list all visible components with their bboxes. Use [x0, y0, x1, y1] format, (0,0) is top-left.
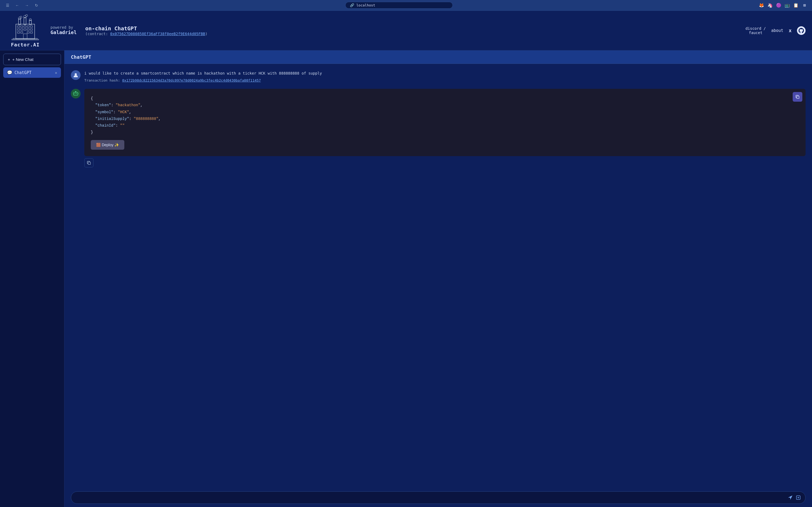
lock-icon: 🔗	[350, 3, 354, 7]
about-link[interactable]: about	[771, 28, 783, 33]
on-chain-title: on-chain ChatGPT	[85, 25, 208, 32]
url-text: localhost	[356, 3, 375, 7]
chat-messages: i would like to create a smartcontract w…	[64, 64, 812, 487]
chat-item-label: ChatGPT	[14, 70, 32, 75]
contract-address-link[interactable]: 0x075627D080858Ef36aFf38f0eeB2f9E644d05F…	[110, 32, 205, 36]
contract-suffix: )	[205, 32, 207, 36]
input-container	[71, 492, 806, 504]
x-link[interactable]: x	[789, 27, 792, 33]
contract-line: (contract: 0x075627D080858Ef36aFf38f0eeB…	[85, 32, 208, 36]
reader-icon[interactable]: 📋	[793, 2, 799, 9]
browser-icons: 🦊 🦄 🟣 📺 📋 ⊞	[758, 2, 808, 9]
chat-item-close-icon[interactable]: ✕	[55, 70, 57, 75]
sidebar-toggle-button[interactable]: ☰	[4, 2, 11, 9]
bot-message-content: { "token": "hackathon", "symbol": "HCK",…	[84, 89, 806, 167]
bot-message-row: { "token": "hackathon", "symbol": "HCK",…	[71, 89, 806, 167]
main-layout: + + New Chat 💬 ChatGPT ✕ ChatGPT	[0, 50, 812, 507]
new-chat-icon: +	[8, 57, 10, 62]
logo-image	[10, 13, 40, 43]
deploy-button[interactable]: 🟫 Deploy ✨	[91, 140, 124, 150]
code-block-wrapper: { "token": "hackathon", "symbol": "HCK",…	[84, 89, 806, 156]
user-message-text: i would like to create a smartcontract w…	[84, 70, 806, 76]
svg-point-30	[74, 93, 75, 94]
svg-rect-37	[88, 162, 91, 164]
contract-prefix: (contract:	[85, 32, 110, 36]
discord-faucet-link[interactable]: discord / faucet	[746, 26, 766, 35]
code-key-chainid: "chainId"	[95, 123, 116, 128]
code-val-token: "hackathon"	[115, 103, 140, 107]
galadriel-label: Galadriel	[50, 30, 77, 35]
code-val-symbol: "HCK"	[118, 110, 129, 114]
app-header: Factor.AI powered by Galadriel on-chain …	[0, 11, 812, 50]
refresh-button[interactable]: ↻	[33, 2, 40, 9]
code-block: { "token": "hackathon", "symbol": "HCK",…	[84, 89, 806, 156]
svg-rect-29	[73, 92, 78, 95]
extension-icon-1[interactable]: 🦊	[758, 2, 765, 9]
input-area	[64, 487, 812, 507]
header-middle: powered by Galadriel on-chain ChatGPT (c…	[50, 25, 739, 36]
address-bar: 🔗 localhost	[345, 2, 453, 9]
chat-area: ChatGPT i would like to create a smartco…	[64, 50, 812, 507]
faucet-text: faucet	[749, 31, 763, 35]
transaction-hash-line: Transaction hash: 0x172b98dc82215634d3a7…	[84, 78, 806, 83]
code-key-token: "token"	[95, 103, 111, 107]
user-message-content: i would like to create a smartcontract w…	[84, 70, 806, 83]
svg-point-31	[76, 93, 77, 94]
split-icon[interactable]: ⊞	[801, 2, 808, 9]
code-key-supply: "initialSupply"	[95, 117, 129, 121]
chat-title-bar: ChatGPT	[64, 50, 812, 64]
extension-icon-3[interactable]: 🟣	[775, 2, 782, 9]
bot-avatar	[71, 89, 81, 99]
header-nav: discord / faucet about x	[746, 26, 806, 35]
code-val-chainid: ""	[120, 123, 124, 128]
new-chat-button[interactable]: + + New Chat	[3, 54, 61, 65]
back-button[interactable]: ←	[14, 2, 20, 9]
code-val-supply: "888888888"	[134, 117, 158, 121]
chatgpt-sidebar-item[interactable]: 💬 ChatGPT ✕	[3, 67, 61, 78]
code-key-symbol: "symbol"	[95, 110, 113, 114]
forward-button[interactable]: →	[23, 2, 30, 9]
cast-icon[interactable]: 📺	[784, 2, 791, 9]
svg-point-28	[74, 73, 77, 75]
svg-rect-36	[797, 96, 799, 99]
powered-by-label: powered by	[50, 25, 77, 30]
send-button[interactable]	[788, 495, 793, 500]
chat-input[interactable]	[75, 496, 785, 500]
extension-icon-2[interactable]: 🦄	[767, 2, 773, 9]
chat-item-left: 💬 ChatGPT	[7, 70, 32, 75]
browser-chrome: ☰ ← → ↻ 🔗 localhost 🦊 🦄 🟣 📺 📋 ⊞	[0, 0, 812, 11]
tx-hash-link[interactable]: 0x172b98dc82215634d3a70dc097e78d0024a9bc…	[122, 78, 261, 82]
chat-icon: 💬	[7, 70, 12, 75]
logo-title: Factor.AI	[11, 42, 40, 48]
copy-code-button[interactable]	[793, 92, 802, 102]
sidebar: + + New Chat 💬 ChatGPT ✕	[0, 50, 64, 507]
attach-button[interactable]	[796, 495, 801, 500]
logo-area: Factor.AI	[6, 13, 44, 48]
tx-label: Transaction hash:	[84, 78, 122, 82]
chat-title: ChatGPT	[71, 54, 91, 60]
code-content: { "token": "hackathon", "symbol": "HCK",…	[91, 95, 799, 136]
discord-faucet-text: discord /	[746, 26, 766, 31]
new-chat-label: + New Chat	[12, 57, 34, 62]
user-message-row: i would like to create a smartcontract w…	[71, 70, 806, 83]
copy-response-button[interactable]	[84, 158, 93, 167]
github-icon[interactable]	[797, 26, 806, 35]
deploy-button-label: 🟫 Deploy ✨	[96, 143, 119, 147]
user-avatar	[71, 70, 81, 80]
